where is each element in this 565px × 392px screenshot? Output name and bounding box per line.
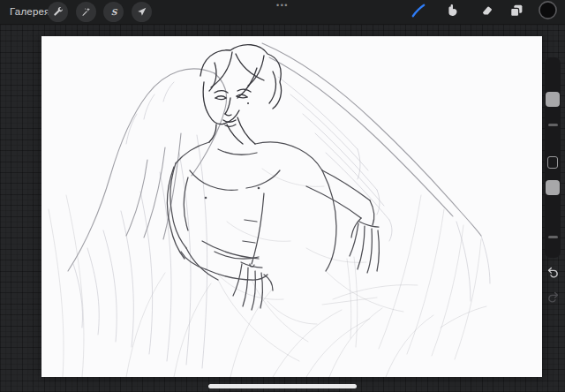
eraser-button[interactable] bbox=[477, 2, 497, 22]
opacity-tick bbox=[548, 236, 558, 238]
layers-icon bbox=[508, 3, 524, 22]
color-well-button[interactable] bbox=[538, 2, 558, 22]
brush-size-tick bbox=[548, 124, 558, 126]
redo-button[interactable] bbox=[543, 290, 562, 309]
smudge-finger-icon bbox=[445, 3, 460, 21]
undo-button[interactable] bbox=[543, 265, 562, 284]
paint-brush-button[interactable] bbox=[408, 2, 428, 22]
brush-icon bbox=[410, 2, 427, 23]
home-indicator[interactable] bbox=[208, 384, 357, 388]
sketch-wing-feathers bbox=[73, 77, 490, 368]
opacity-slider[interactable] bbox=[546, 180, 560, 195]
sketch-ghost-lines bbox=[49, 169, 486, 377]
brush-sidebar bbox=[545, 57, 561, 258]
color-well-icon bbox=[538, 0, 558, 24]
redo-icon bbox=[546, 290, 561, 309]
undo-icon bbox=[546, 266, 561, 284]
angel-sketch bbox=[41, 36, 542, 377]
smudge-button[interactable] bbox=[442, 2, 463, 22]
sketch-figure bbox=[168, 142, 380, 310]
eraser-icon bbox=[479, 3, 494, 21]
layers-button[interactable] bbox=[506, 2, 526, 22]
drawing-canvas[interactable] bbox=[41, 36, 542, 377]
sketch-face-hair bbox=[200, 45, 282, 144]
top-toolbar: Галерея S bbox=[0, 0, 565, 25]
procreate-screen: Галерея S bbox=[0, 0, 565, 392]
brush-size-slider[interactable] bbox=[546, 92, 560, 107]
modify-button[interactable] bbox=[547, 156, 558, 169]
